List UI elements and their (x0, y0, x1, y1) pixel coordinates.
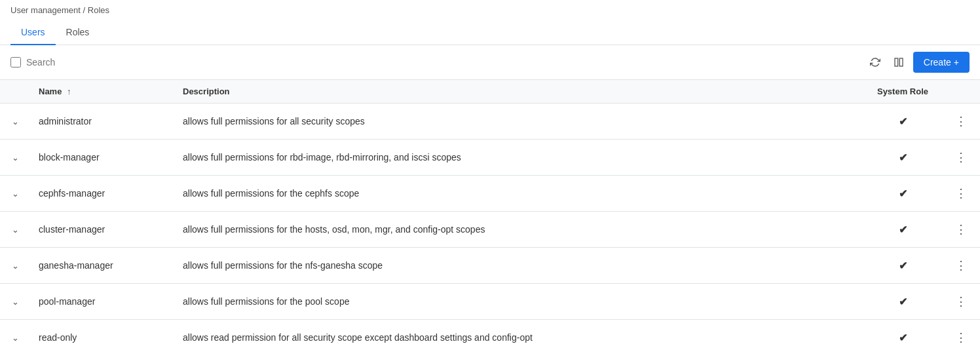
expand-button[interactable]: ⌄ (8, 260, 23, 272)
system-role-cell: ✔ (863, 104, 942, 140)
description-cell: allows read permission for all security … (175, 320, 863, 347)
col-desc-header: Description (175, 80, 863, 104)
columns-icon (894, 57, 904, 67)
select-all-checkbox[interactable] (10, 57, 21, 67)
description-cell: allows full permissions for the hosts, o… (175, 212, 863, 248)
row-actions-button[interactable]: ⋮ (950, 292, 972, 311)
table-row: ⌄ pool-manager allows full permissions f… (0, 284, 980, 320)
row-actions-button[interactable]: ⋮ (950, 183, 972, 203)
table-row: ⌄ administrator allows full permissions … (0, 104, 980, 140)
actions-cell: ⋮ (942, 176, 980, 212)
create-button[interactable]: Create + (913, 52, 970, 73)
table-row: ⌄ cephfs-manager allows full permissions… (0, 176, 980, 212)
system-role-check: ✔ (899, 332, 907, 343)
expand-button[interactable]: ⌄ (8, 187, 23, 200)
row-actions-button[interactable]: ⋮ (950, 147, 972, 167)
columns-button[interactable] (890, 53, 908, 71)
system-role-check: ✔ (899, 152, 907, 163)
expand-cell: ⌄ (0, 104, 31, 140)
actions-cell: ⋮ (942, 320, 980, 347)
table-row: ⌄ read-only allows read permission for a… (0, 320, 980, 347)
system-role-check: ✔ (899, 296, 907, 307)
actions-cell: ⋮ (942, 284, 980, 320)
roles-table: Name ↑ Description System Role ⌄ adminis… (0, 80, 980, 346)
table-header-row: Name ↑ Description System Role (0, 80, 980, 104)
create-plus-icon: + (954, 57, 959, 67)
col-expand-header (0, 80, 31, 104)
table-row: ⌄ cluster-manager allows full permission… (0, 212, 980, 248)
toolbar: Create + (0, 45, 980, 80)
refresh-button[interactable] (866, 53, 884, 71)
description-cell: allows full permissions for the cephfs s… (175, 176, 863, 212)
toolbar-actions: Create + (866, 52, 970, 73)
tab-bar: Users Roles (0, 20, 980, 45)
col-actions-header (942, 80, 980, 104)
breadcrumb: User management / Roles (0, 0, 980, 20)
system-role-cell: ✔ (863, 176, 942, 212)
row-actions-button[interactable]: ⋮ (950, 328, 972, 346)
row-actions-button[interactable]: ⋮ (950, 220, 972, 239)
sort-icon: ↑ (67, 86, 71, 96)
system-role-check: ✔ (899, 260, 907, 271)
expand-button[interactable]: ⌄ (8, 296, 23, 308)
expand-cell: ⌄ (0, 140, 31, 176)
system-role-cell: ✔ (863, 212, 942, 248)
expand-cell: ⌄ (0, 212, 31, 248)
refresh-icon (870, 57, 880, 67)
expand-cell: ⌄ (0, 176, 31, 212)
create-label: Create (924, 57, 951, 67)
system-role-cell: ✔ (863, 284, 942, 320)
expand-cell: ⌄ (0, 284, 31, 320)
expand-button[interactable]: ⌄ (8, 332, 23, 344)
name-cell: block-manager (31, 140, 175, 176)
search-input[interactable] (26, 57, 861, 67)
breadcrumb-current: Roles (88, 5, 109, 15)
expand-button[interactable]: ⌄ (8, 151, 23, 164)
search-area (10, 57, 861, 67)
actions-cell: ⋮ (942, 212, 980, 248)
name-cell: pool-manager (31, 284, 175, 320)
description-cell: allows full permissions for rbd-image, r… (175, 140, 863, 176)
actions-cell: ⋮ (942, 104, 980, 140)
system-role-check: ✔ (899, 188, 907, 199)
tab-roles[interactable]: Roles (56, 20, 100, 45)
breadcrumb-parent: User management (10, 5, 81, 15)
col-system-role-header: System Role (863, 80, 942, 104)
name-cell: ganesha-manager (31, 248, 175, 284)
name-cell: read-only (31, 320, 175, 347)
description-cell: allows full permissions for the pool sco… (175, 284, 863, 320)
expand-button[interactable]: ⌄ (8, 223, 23, 236)
expand-cell: ⌄ (0, 248, 31, 284)
system-role-check: ✔ (899, 116, 907, 127)
name-cell: cephfs-manager (31, 176, 175, 212)
svg-rect-0 (895, 58, 898, 66)
description-cell: allows full permissions for all security… (175, 104, 863, 140)
col-name-header[interactable]: Name ↑ (31, 80, 175, 104)
tab-users[interactable]: Users (10, 20, 56, 45)
expand-cell: ⌄ (0, 320, 31, 347)
name-cell: administrator (31, 104, 175, 140)
table-row: ⌄ block-manager allows full permissions … (0, 140, 980, 176)
breadcrumb-separator: / (83, 5, 86, 15)
row-actions-button[interactable]: ⋮ (950, 111, 972, 131)
actions-cell: ⋮ (942, 140, 980, 176)
description-cell: allows full permissions for the nfs-gane… (175, 248, 863, 284)
row-actions-button[interactable]: ⋮ (950, 256, 972, 275)
table-row: ⌄ ganesha-manager allows full permission… (0, 248, 980, 284)
system-role-cell: ✔ (863, 140, 942, 176)
system-role-cell: ✔ (863, 248, 942, 284)
expand-button[interactable]: ⌄ (8, 115, 23, 128)
system-role-check: ✔ (899, 224, 907, 235)
svg-rect-1 (899, 58, 903, 66)
name-cell: cluster-manager (31, 212, 175, 248)
system-role-cell: ✔ (863, 320, 942, 347)
actions-cell: ⋮ (942, 248, 980, 284)
